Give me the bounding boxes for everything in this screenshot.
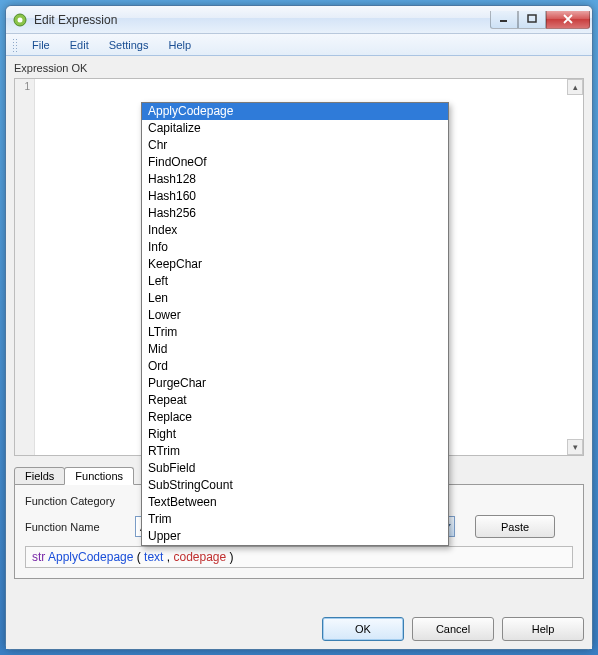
dropdown-option[interactable]: FindOneOf <box>142 154 448 171</box>
signature-function-name: ApplyCodepage <box>48 550 133 564</box>
dropdown-option[interactable]: Upper <box>142 528 448 545</box>
expression-status: Expression OK <box>14 62 584 74</box>
signature-open: ( <box>137 550 141 564</box>
dropdown-option[interactable]: Mid <box>142 341 448 358</box>
minimize-button[interactable] <box>490 11 518 29</box>
titlebar: Edit Expression <box>6 6 592 34</box>
dropdown-option[interactable]: Hash256 <box>142 205 448 222</box>
dropdown-option[interactable]: TextBetween <box>142 494 448 511</box>
menu-edit[interactable]: Edit <box>60 37 99 53</box>
dropdown-option[interactable]: Hash160 <box>142 188 448 205</box>
function-signature: str ApplyCodepage ( text , codepage ) <box>25 546 573 568</box>
dropdown-option[interactable]: Replace <box>142 409 448 426</box>
menubar: File Edit Settings Help <box>6 34 592 56</box>
svg-point-1 <box>18 17 23 22</box>
editor-gutter: 1 <box>15 79 35 455</box>
signature-arg-text: text <box>144 550 163 564</box>
menu-file[interactable]: File <box>22 37 60 53</box>
dropdown-option[interactable]: LTrim <box>142 324 448 341</box>
paste-button[interactable]: Paste <box>475 515 555 538</box>
dropdown-option[interactable]: Ord <box>142 358 448 375</box>
function-dropdown-list[interactable]: ApplyCodepageCapitalizeChrFindOneOfHash1… <box>141 102 449 546</box>
help-button[interactable]: Help <box>502 617 584 641</box>
gutter-line-1: 1 <box>15 81 30 92</box>
signature-arg-codepage: codepage <box>173 550 226 564</box>
tab-fields[interactable]: Fields <box>14 467 65 485</box>
edit-expression-window: Edit Expression File Edit Settings Help … <box>5 5 593 650</box>
menu-settings[interactable]: Settings <box>99 37 159 53</box>
dropdown-option[interactable]: Index <box>142 222 448 239</box>
dropdown-option[interactable]: ApplyCodepage <box>142 103 448 120</box>
dropdown-option[interactable]: SubField <box>142 460 448 477</box>
dropdown-option[interactable]: Lower <box>142 307 448 324</box>
tab-functions[interactable]: Functions <box>64 467 134 485</box>
dropdown-option[interactable]: PurgeChar <box>142 375 448 392</box>
dropdown-option[interactable]: Info <box>142 239 448 256</box>
dropdown-option[interactable]: SubStringCount <box>142 477 448 494</box>
editor-scroll-down[interactable]: ▾ <box>567 439 583 455</box>
ok-button[interactable]: OK <box>322 617 404 641</box>
editor-scroll-up[interactable]: ▴ <box>567 79 583 95</box>
dropdown-option[interactable]: Hash128 <box>142 171 448 188</box>
window-buttons <box>490 11 590 29</box>
signature-return-type: str <box>32 550 45 564</box>
close-button[interactable] <box>546 11 590 29</box>
dropdown-option[interactable]: Capitalize <box>142 120 448 137</box>
dropdown-option[interactable]: Right <box>142 426 448 443</box>
window-title: Edit Expression <box>34 13 490 27</box>
menu-help[interactable]: Help <box>158 37 201 53</box>
dropdown-option[interactable]: Len <box>142 290 448 307</box>
dropdown-option[interactable]: Left <box>142 273 448 290</box>
menu-grip-icon <box>12 38 18 52</box>
cancel-button[interactable]: Cancel <box>412 617 494 641</box>
label-function-category: Function Category <box>25 495 135 507</box>
maximize-button[interactable] <box>518 11 546 29</box>
dropdown-option[interactable]: RTrim <box>142 443 448 460</box>
svg-rect-3 <box>528 15 536 22</box>
dialog-footer: OK Cancel Help <box>6 607 592 649</box>
dropdown-option[interactable]: KeepChar <box>142 256 448 273</box>
app-icon <box>12 12 28 28</box>
dropdown-option[interactable]: Repeat <box>142 392 448 409</box>
signature-close: ) <box>230 550 234 564</box>
dropdown-option[interactable]: Trim <box>142 511 448 528</box>
dropdown-option[interactable]: Chr <box>142 137 448 154</box>
label-function-name: Function Name <box>25 521 135 533</box>
